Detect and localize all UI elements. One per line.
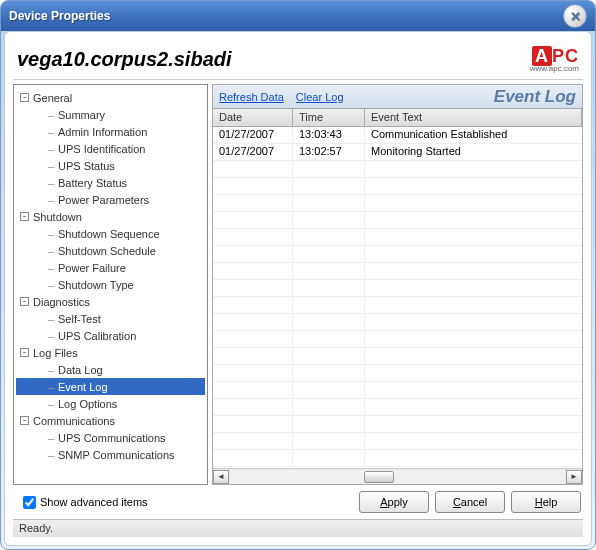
tree-item[interactable]: –UPS Identification [16, 140, 205, 157]
tree-item[interactable]: –Power Failure [16, 259, 205, 276]
device-name: vega10.corpus2.sibadi [13, 48, 530, 71]
empty-row [213, 416, 582, 433]
table-row[interactable]: 01/27/200713:02:57Monitoring Started [213, 144, 582, 161]
titlebar[interactable]: Device Properties ✕ [1, 1, 595, 31]
tree-item[interactable]: –Summary [16, 106, 205, 123]
tree-item[interactable]: –Event Log [16, 378, 205, 395]
tree-item-label: SNMP Communications [58, 449, 175, 461]
horizontal-scrollbar[interactable]: ◄ ► [213, 468, 582, 484]
tree-item-label: Shutdown Sequence [58, 228, 160, 240]
clear-log-link[interactable]: Clear Log [296, 91, 344, 103]
empty-row [213, 365, 582, 382]
collapse-icon[interactable]: - [20, 416, 29, 425]
collapse-icon[interactable]: - [20, 297, 29, 306]
tree-item[interactable]: –Admin Information [16, 123, 205, 140]
scroll-thumb[interactable] [364, 471, 394, 483]
refresh-data-link[interactable]: Refresh Data [219, 91, 284, 103]
tree-item-label: Shutdown Type [58, 279, 134, 291]
tree-section-label: Diagnostics [33, 296, 90, 308]
scroll-right-button[interactable]: ► [566, 470, 582, 484]
close-button[interactable]: ✕ [563, 4, 587, 28]
tree-section[interactable]: -Shutdown [16, 208, 205, 225]
cancel-button[interactable]: Cancel [435, 491, 505, 513]
tree-item[interactable]: –Shutdown Type [16, 276, 205, 293]
empty-row [213, 263, 582, 280]
collapse-icon[interactable]: - [20, 212, 29, 221]
tree-item[interactable]: –Shutdown Sequence [16, 225, 205, 242]
tree-item-label: Admin Information [58, 126, 147, 138]
empty-row [213, 246, 582, 263]
tree-item[interactable]: –UPS Calibration [16, 327, 205, 344]
empty-row [213, 297, 582, 314]
tree-item-label: Summary [58, 109, 105, 121]
tree-item-label: Battery Status [58, 177, 127, 189]
empty-row [213, 178, 582, 195]
show-advanced-input[interactable] [23, 496, 36, 509]
show-advanced-checkbox[interactable]: Show advanced items [15, 496, 353, 509]
tree-item-label: Event Log [58, 381, 108, 393]
tree-item-label: Self-Test [58, 313, 101, 325]
empty-row [213, 195, 582, 212]
empty-row [213, 212, 582, 229]
tree-item-label: Data Log [58, 364, 103, 376]
table-header: Date Time Event Text [213, 109, 582, 127]
scroll-left-button[interactable]: ◄ [213, 470, 229, 484]
tree-section[interactable]: -Log Files [16, 344, 205, 361]
cell-event: Monitoring Started [365, 144, 582, 160]
tree-item[interactable]: –Shutdown Schedule [16, 242, 205, 259]
tree-item[interactable]: –Data Log [16, 361, 205, 378]
empty-row [213, 433, 582, 450]
status-bar: Ready. [13, 519, 583, 537]
tree-section[interactable]: -Communications [16, 412, 205, 429]
col-event[interactable]: Event Text [365, 109, 582, 126]
cell-date: 01/27/2007 [213, 144, 293, 160]
apc-logo: APC www.apc.com [530, 47, 583, 73]
tree-section-label: Log Files [33, 347, 78, 359]
cell-time: 13:02:57 [293, 144, 365, 160]
tree-item[interactable]: –Battery Status [16, 174, 205, 191]
panel-title: Event Log [494, 87, 576, 107]
tree-section-label: Shutdown [33, 211, 82, 223]
tree-item-label: Power Failure [58, 262, 126, 274]
collapse-icon[interactable]: - [20, 93, 29, 102]
cell-date: 01/27/2007 [213, 127, 293, 143]
show-advanced-label: Show advanced items [40, 496, 148, 508]
empty-row [213, 450, 582, 467]
empty-row [213, 399, 582, 416]
window-title: Device Properties [9, 9, 563, 23]
empty-row [213, 161, 582, 178]
tree-item[interactable]: –Power Parameters [16, 191, 205, 208]
tree-section-label: General [33, 92, 72, 104]
tree-item[interactable]: –Self-Test [16, 310, 205, 327]
tree-item-label: UPS Calibration [58, 330, 136, 342]
tree-item[interactable]: –Log Options [16, 395, 205, 412]
tree-item[interactable]: –UPS Communications [16, 429, 205, 446]
table-body[interactable]: 01/27/200713:03:43Communication Establis… [213, 127, 582, 468]
tree-item-label: Log Options [58, 398, 117, 410]
cell-time: 13:03:43 [293, 127, 365, 143]
empty-row [213, 280, 582, 297]
col-time[interactable]: Time [293, 109, 365, 126]
cell-event: Communication Established [365, 127, 582, 143]
empty-row [213, 382, 582, 399]
tree-section[interactable]: -Diagnostics [16, 293, 205, 310]
tree-item-label: Shutdown Schedule [58, 245, 156, 257]
collapse-icon[interactable]: - [20, 348, 29, 357]
empty-row [213, 331, 582, 348]
navigation-tree[interactable]: -General–Summary–Admin Information–UPS I… [13, 84, 208, 485]
help-button[interactable]: Help [511, 491, 581, 513]
empty-row [213, 348, 582, 365]
tree-item[interactable]: –UPS Status [16, 157, 205, 174]
empty-row [213, 314, 582, 331]
tree-section[interactable]: -General [16, 89, 205, 106]
tree-item-label: Power Parameters [58, 194, 149, 206]
tree-item-label: UPS Identification [58, 143, 145, 155]
apply-button[interactable]: Apply [359, 491, 429, 513]
tree-item[interactable]: –SNMP Communications [16, 446, 205, 463]
scroll-track[interactable] [230, 470, 565, 484]
tree-section-label: Communications [33, 415, 115, 427]
tree-item-label: UPS Communications [58, 432, 166, 444]
col-date[interactable]: Date [213, 109, 293, 126]
empty-row [213, 229, 582, 246]
table-row[interactable]: 01/27/200713:03:43Communication Establis… [213, 127, 582, 144]
